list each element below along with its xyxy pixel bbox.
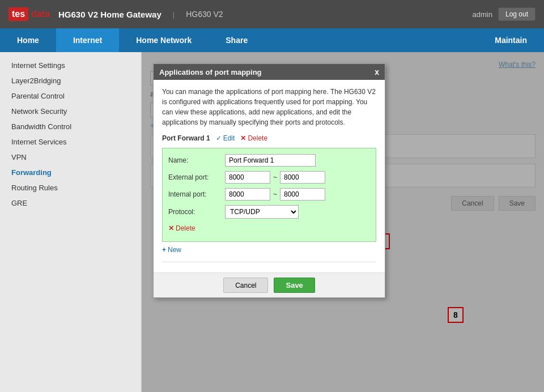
nav-home[interactable]: Home [0,28,56,52]
name-input[interactable] [225,154,316,167]
header-subtitle: HG630 V2 [186,10,223,19]
sidebar-item-bandwidth-control[interactable]: Bandwidth Control [0,119,141,134]
sidebar-item-forwarding[interactable]: Forwarding [0,165,141,180]
logo-data: data [31,9,50,19]
edit-form: Name: External port: ~ Internal port: [162,148,376,242]
protocol-label: Protocol: [168,207,225,217]
main-content: What's this? ✕ Delete application 548-Et… [142,52,544,392]
modal-body: You can manage the applications of port … [154,80,385,272]
modal-title: Applications of port mapping [159,68,262,76]
nav-bar: Home Internet Home Network Share Maintai… [0,28,544,52]
modal-footer: Cancel Save [154,272,385,297]
pf-header-delete-button[interactable]: ✕ Delete [240,133,267,143]
header-divider: | [173,10,175,19]
port-forward-item: Port Forward 1 ✓ Edit ✕ Delete [162,133,376,262]
header: tes data HG630 V2 Home Gateway | HG630 V… [0,0,544,28]
sidebar-item-gre[interactable]: GRE [0,195,141,211]
int-port-to-input[interactable] [280,188,325,201]
admin-label: admin [473,10,492,19]
sidebar-item-internet-settings[interactable]: Internet Settings [0,58,141,73]
sidebar-item-internet-services[interactable]: Internet Services [0,134,141,150]
pf-edit-button[interactable]: ✓ Edit [216,133,235,143]
new-link[interactable]: + New [162,245,376,255]
int-port-from-input[interactable] [225,188,270,201]
form-x-icon: ✕ [168,223,174,233]
nav-share[interactable]: Share [209,28,265,52]
form-row-protocol: Protocol: TCP/UDP TCP UDP [168,205,370,219]
ext-port-from-input[interactable] [225,171,270,184]
form-row-int-port: Internal port: ~ [168,188,370,201]
int-port-tilde: ~ [273,189,277,199]
protocol-select[interactable]: TCP/UDP TCP UDP [225,205,299,219]
sidebar-item-routing-rules[interactable]: Routing Rules [0,180,141,195]
x-icon: ✕ [240,133,246,143]
pf-header: Port Forward 1 ✓ Edit ✕ Delete [162,133,376,143]
modal-header: Applications of port mapping x [154,64,385,80]
nav-home-network[interactable]: Home Network [119,28,209,52]
sidebar-item-network-security[interactable]: Network Security [0,104,141,119]
modal-close-button[interactable]: x [375,67,379,76]
modal-description: You can manage the applications of port … [162,87,376,127]
ext-port-to-input[interactable] [280,171,325,184]
header-title: HG630 V2 Home Gateway [58,10,162,19]
name-label: Name: [168,155,225,165]
logout-button[interactable]: Log out [498,7,536,21]
form-delete-button[interactable]: ✕ Delete [168,223,370,233]
layout: Internet Settings Layer2Bridging Parenta… [0,52,544,392]
form-row-name: Name: [168,154,370,167]
logo-brand: tes [8,7,28,21]
sidebar: Internet Settings Layer2Bridging Parenta… [0,52,142,392]
pf-name-label: Port Forward 1 [162,133,210,143]
ext-port-label: External port: [168,172,225,182]
nav-maintain[interactable]: Maintain [478,28,544,52]
nav-spacer [265,28,478,52]
modal-cancel-button[interactable]: Cancel [223,278,268,293]
form-row-ext-port: External port: ~ [168,171,370,184]
check-icon: ✓ [216,133,222,143]
ext-port-tilde: ~ [273,172,277,182]
logo: tes data [8,7,50,21]
plus-icon: + [162,245,166,255]
sidebar-item-parental-control[interactable]: Parental Control [0,88,141,104]
modal-save-button[interactable]: Save [274,278,314,293]
sidebar-item-layer2bridging[interactable]: Layer2Bridging [0,73,141,88]
header-right: admin Log out [473,7,536,21]
sidebar-item-vpn[interactable]: VPN [0,150,141,165]
port-mapping-modal: Applications of port mapping x You can m… [153,63,385,298]
int-port-label: Internal port: [168,189,225,199]
nav-internet[interactable]: Internet [56,28,119,52]
